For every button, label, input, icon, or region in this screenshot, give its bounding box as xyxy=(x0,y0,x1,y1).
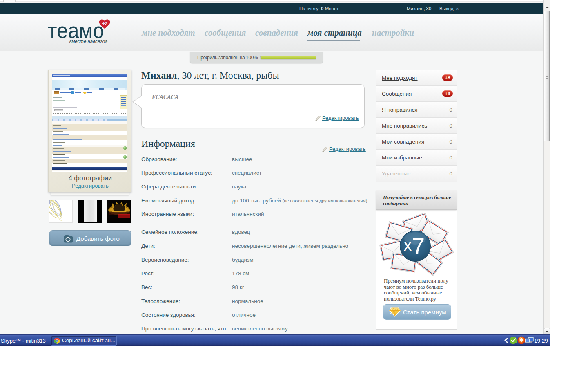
svg-text:7: 7 xyxy=(412,233,425,259)
svg-text:.ру: .ру xyxy=(102,20,107,25)
svg-text:x: x xyxy=(403,236,412,255)
